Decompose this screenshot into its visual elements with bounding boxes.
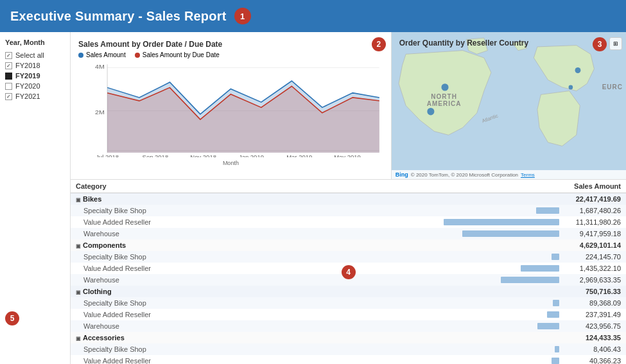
subcategory-name: Specialty Bike Shop [71,343,245,355]
terms-link[interactable]: Terms [521,172,535,178]
table-row-category: ▣Accessories 124,433.35 [71,332,626,343]
main-content: Year, Month ✓ Select all ✓ FY2018 FY2019… [0,32,626,364]
subcategory-value: 423,956.75 [563,322,621,330]
bar [521,265,559,272]
expand-icon: ▣ [76,290,81,295]
legend-label-due: Sales Amount by Due Date [143,51,220,58]
bar [552,358,559,364]
subcategory-bar-value: 1,687,480.26 [245,205,626,216]
subcategory-name: Value Added Reseller [71,216,245,228]
sidebar-item-selectall[interactable]: ✓ Select all [5,50,65,60]
map-label-north-america: NORTHAMERICA [427,93,462,107]
page-title: Executive Summary - Sales Report [10,9,227,24]
charts-area: Sales Amount by Order Date / Due Date Sa… [71,32,626,364]
sidebar-title: Year, Month [5,39,65,46]
sidebar-badge: 5 [5,311,19,325]
bing-copyright: © 2020 TomTom, © 2020 Microsoft Corporat… [411,172,518,178]
col-header-category: Category [71,180,245,193]
table-row-subcategory: Value Added Reseller237,391.49 [71,309,626,320]
map-control[interactable]: ⊞ [609,37,622,50]
legend-label-sales: Sales Amount [86,51,126,58]
svg-point-22 [575,67,580,73]
sidebar-label-fy2019: FY2019 [15,72,40,80]
subcategory-value: 224,145.70 [563,253,621,261]
svg-text:Jan 2019: Jan 2019 [239,155,264,157]
bar [553,300,559,306]
table-row-category: ▣Bikes 22,417,419.69 [71,193,626,205]
category-name: ▣Components [71,239,245,251]
subcategory-bar-value: 2,969,633.35 [245,274,626,286]
bar [547,311,559,318]
bar [537,323,559,329]
table-badge: 4 [342,265,356,279]
subcategory-name: Warehouse [71,274,245,286]
svg-text:Jul 2018: Jul 2018 [96,155,119,157]
svg-text:4M: 4M [95,64,105,70]
subcategory-bar-value: 1,435,322.10 [245,263,626,274]
table-row-subcategory: Specialty Bike Shop1,687,480.26 [71,205,626,216]
subcategory-bar-value: 11,311,980.26 [245,216,626,228]
sidebar-label-fy2020: FY2020 [15,82,40,90]
sidebar-label-selectall: Select all [15,51,44,59]
subcategory-bar-value: 9,417,959.18 [245,228,626,239]
sidebar-item-fy2018[interactable]: ✓ FY2018 [5,60,65,71]
svg-point-23 [568,85,573,89]
checkbox-fy2018: ✓ [5,62,12,69]
subcategory-bar-value: 8,406.43 [245,343,626,355]
bar [552,254,559,260]
svg-text:May 2019: May 2019 [334,155,361,157]
checkbox-fy2021: ✓ [5,93,12,100]
svg-text:2M: 2M [95,108,105,115]
col-header-amount: Sales Amount [245,180,626,193]
category-total: 22,417,419.69 [245,193,626,205]
subcategory-bar-value: 237,391.49 [245,309,626,320]
checkbox-fy2019 [5,73,12,80]
sidebar: Year, Month ✓ Select all ✓ FY2018 FY2019… [0,32,71,364]
table-row-subcategory: Specialty Bike Shop89,368.09 [71,297,626,309]
chart-legend: Sales Amount Sales Amount by Due Date [78,51,383,58]
table-row-subcategory: Value Added Reseller40,366.23 [71,355,626,364]
subcategory-bar-value: 423,956.75 [245,320,626,332]
map-badge: 3 [593,37,607,51]
map-title: Order Quantity by Reseller Country [399,39,528,48]
bar [536,207,559,214]
subcategory-bar-value: 40,366.23 [245,355,626,364]
subcategory-name: Specialty Bike Shop [71,297,245,309]
table-container: 4 Category Sales Amount ▣Bikes 22,417,41… [71,180,626,364]
subcategory-value: 40,366.23 [563,357,621,364]
sidebar-item-fy2020[interactable]: FY2020 [5,81,65,91]
table-row-subcategory: Specialty Bike Shop8,406.43 [71,343,626,355]
map-container: Order Quantity by Reseller Country 3 ⊞ [392,32,626,179]
subcategory-value: 9,417,959.18 [563,230,621,238]
legend-item-due: Sales Amount by Due Date [135,51,220,58]
subcategory-value: 237,391.49 [563,311,621,318]
subcategory-value: 11,311,980.26 [563,218,621,226]
subcategory-value: 1,435,322.10 [563,264,621,272]
sidebar-label-fy2018: FY2018 [15,62,40,69]
bar [555,346,559,352]
svg-point-21 [427,108,434,115]
checkbox-selectall: ✓ [5,52,12,59]
legend-dot-due [135,53,140,58]
subcategory-name: Specialty Bike Shop [71,205,245,216]
legend-item-sales: Sales Amount [78,51,126,58]
subcategory-name: Value Added Reseller [71,355,245,364]
map-label-europe: EURC [602,83,623,91]
line-chart-badge: 2 [372,37,386,51]
legend-dot-sales [78,53,83,58]
subcategory-bar-value: 224,145.70 [245,251,626,263]
header-badge: 1 [234,8,251,24]
subcategory-name: Specialty Bike Shop [71,251,245,263]
sidebar-item-fy2021[interactable]: ✓ FY2021 [5,91,65,101]
expand-icon: ▣ [76,336,81,342]
category-name: ▣Bikes [71,193,245,205]
line-chart-svg: 4M 2M [78,61,383,157]
subcategory-value: 8,406.43 [563,345,621,353]
sidebar-item-fy2019[interactable]: FY2019 [5,71,65,81]
category-total: 124,433.35 [245,332,626,343]
subcategory-name: Value Added Reseller [71,309,245,320]
checkbox-fy2020 [5,83,12,90]
table-row-category: ▣Clothing 750,716.33 [71,286,626,297]
category-total: 4,629,101.14 [245,239,626,251]
svg-point-20 [441,83,448,91]
